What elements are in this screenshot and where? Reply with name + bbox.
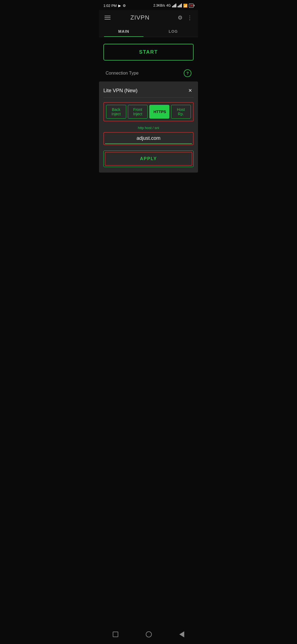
host-rp-button[interactable]: Host Rp.	[171, 105, 191, 119]
status-right: 2.3KB/s 4G 📶 16	[153, 4, 194, 8]
apply-button-wrapper: APPLY	[103, 151, 194, 167]
apply-button[interactable]: APPLY	[105, 152, 192, 166]
help-icon[interactable]: ?	[184, 69, 191, 77]
host-input-wrapper	[103, 132, 194, 145]
more-options-button[interactable]: ⋮	[186, 13, 194, 22]
main-content: START Connection Type ? Lite VPN (New) ×…	[99, 37, 198, 179]
battery-icon: 16	[189, 4, 194, 8]
signal-bars-1	[172, 4, 176, 7]
signal-bars-2	[178, 4, 182, 7]
settings-button[interactable]: ⚙	[177, 13, 184, 22]
host-input[interactable]	[105, 133, 192, 144]
status-left: 1:02 PM ▶ ⚙	[103, 4, 126, 8]
start-button[interactable]: START	[103, 44, 194, 61]
lite-vpn-dialog: Lite VPN (New) × Back Inject Front Injec…	[99, 81, 198, 173]
https-button[interactable]: HTTPS	[149, 105, 169, 119]
settings-status-icon: ⚙	[123, 4, 126, 8]
app-bar-actions: ⚙ ⋮	[177, 13, 194, 22]
location-icon: ▶	[118, 4, 121, 8]
time-display: 1:02 PM	[103, 4, 117, 8]
tabs: MAIN LOG	[99, 25, 198, 37]
dialog-title: Lite VPN (New)	[103, 88, 138, 94]
wifi-icon: 📶	[183, 4, 188, 8]
inject-buttons-group: Back Inject Front Inject HTTPS Host Rp.	[106, 105, 191, 119]
connection-type-row: Connection Type ?	[103, 69, 194, 77]
network-type: 4G	[166, 4, 171, 7]
tab-main[interactable]: MAIN	[99, 25, 148, 37]
status-bar: 1:02 PM ▶ ⚙ 2.3KB/s 4G 📶 16	[99, 0, 198, 10]
speed-display: 2.3KB/s	[153, 4, 165, 7]
front-inject-button[interactable]: Front Inject	[128, 105, 148, 119]
back-inject-button[interactable]: Back Inject	[106, 105, 126, 119]
dialog-overlay: Lite VPN (New) × Back Inject Front Injec…	[99, 81, 198, 173]
http-host-label: http host / sni	[103, 126, 194, 130]
app-bar: ZIVPN ⚙ ⋮	[99, 10, 198, 25]
tab-log[interactable]: LOG	[148, 25, 198, 37]
close-dialog-button[interactable]: ×	[187, 87, 194, 94]
app-title: ZIVPN	[103, 14, 177, 21]
connection-type-label: Connection Type	[106, 71, 139, 76]
inject-buttons-wrapper: Back Inject Front Inject HTTPS Host Rp.	[103, 102, 194, 121]
dialog-header: Lite VPN (New) ×	[103, 87, 194, 98]
